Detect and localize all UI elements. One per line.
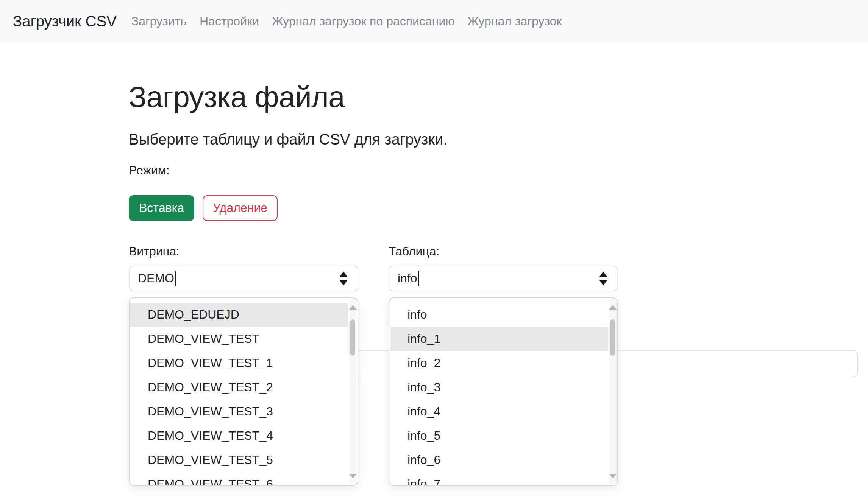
dropdown-option[interactable]: DEMO_VIEW_TEST_1 <box>130 351 348 375</box>
showcase-select-value: DEMO <box>138 271 174 285</box>
dropdown-option[interactable]: info_5 <box>390 424 608 448</box>
table-label: Таблица: <box>389 242 618 260</box>
mode-buttons: Вставка Удаление <box>129 195 858 221</box>
scroll-up-icon[interactable] <box>349 305 357 310</box>
showcase-select[interactable]: DEMO <box>129 266 358 291</box>
table-select[interactable]: info <box>389 266 618 291</box>
table-dropdown: infoinfo_1info_2info_3info_4info_5info_6… <box>389 297 618 486</box>
showcase-select-column: Витрина: DEMO DEMO_EDUEJDDEMO_VIEW_TESTD… <box>129 242 358 291</box>
navbar-brand[interactable]: Загрузчик CSV <box>13 13 117 30</box>
select-spinner-icon <box>599 271 607 285</box>
page-title: Загрузка файла <box>129 80 858 114</box>
dropdown-option[interactable]: DEMO_VIEW_TEST <box>130 327 348 351</box>
table-dropdown-scrollbar[interactable] <box>609 299 617 484</box>
showcase-dropdown-scrollbar[interactable] <box>349 299 357 484</box>
dropdown-option[interactable]: DEMO_VIEW_TEST_3 <box>130 400 348 424</box>
select-spinner-icon <box>339 271 348 285</box>
showcase-options-list: DEMO_EDUEJDDEMO_VIEW_TESTDEMO_VIEW_TEST_… <box>130 303 348 486</box>
dropdown-option[interactable]: info <box>390 303 608 327</box>
table-select-value: info <box>398 271 417 285</box>
page-subtitle: Выберите таблицу и файл CSV для загрузки… <box>129 128 858 151</box>
mode-label: Режим: <box>129 161 858 179</box>
delete-mode-button[interactable]: Удаление <box>203 195 278 221</box>
dropdown-option[interactable]: info_6 <box>390 448 608 472</box>
scroll-up-icon[interactable] <box>609 305 617 310</box>
dropdown-option[interactable]: DEMO_VIEW_TEST_4 <box>130 424 348 448</box>
showcase-dropdown: DEMO_EDUEJDDEMO_VIEW_TESTDEMO_VIEW_TEST_… <box>129 297 358 486</box>
insert-mode-button[interactable]: Вставка <box>129 195 194 221</box>
table-select-column: Таблица: info infoinfo_1info_2info_3info… <box>389 242 618 291</box>
scrollbar-thumb[interactable] <box>610 319 615 356</box>
dropdown-option[interactable]: DEMO_EDUEJD <box>130 303 348 327</box>
main-content: Загрузка файла Выберите таблицу и файл C… <box>129 0 858 291</box>
selects-row: Витрина: DEMO DEMO_EDUEJDDEMO_VIEW_TESTD… <box>129 242 858 291</box>
dropdown-option[interactable]: info_3 <box>390 375 608 400</box>
text-caret <box>175 271 176 286</box>
dropdown-option[interactable]: DEMO_VIEW_TEST_2 <box>130 375 348 400</box>
table-options-list: infoinfo_1info_2info_3info_4info_5info_6… <box>390 303 608 486</box>
dropdown-option[interactable]: DEMO_VIEW_TEST_6 <box>130 472 348 486</box>
scroll-down-icon[interactable] <box>349 474 357 478</box>
text-caret <box>418 271 419 286</box>
dropdown-option[interactable]: info_7 <box>390 472 608 486</box>
dropdown-option[interactable]: DEMO_VIEW_TEST_5 <box>130 448 348 472</box>
scrollbar-thumb[interactable] <box>350 319 355 356</box>
scroll-down-icon[interactable] <box>609 474 617 478</box>
dropdown-option[interactable]: info_2 <box>390 351 608 375</box>
showcase-label: Витрина: <box>129 242 358 260</box>
dropdown-option[interactable]: info_4 <box>390 400 608 424</box>
dropdown-option[interactable]: info_1 <box>390 327 608 351</box>
